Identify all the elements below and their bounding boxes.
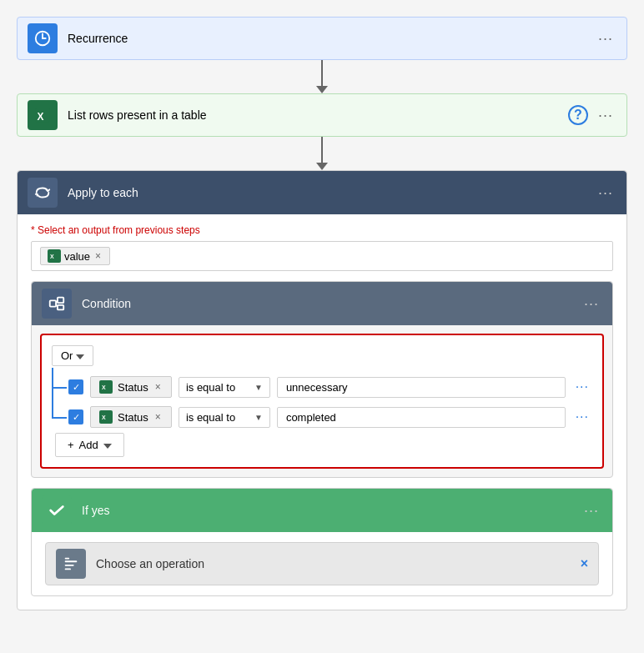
- svg-text:X: X: [50, 254, 54, 259]
- svg-text:X: X: [102, 414, 106, 420]
- if-yes-more-button[interactable]: ···: [581, 499, 602, 523]
- svg-text:X: X: [38, 111, 44, 123]
- help-button[interactable]: ?: [568, 105, 588, 125]
- choose-op-card: Choose an operation ×: [45, 542, 599, 585]
- or-dropdown: Or: [52, 345, 592, 366]
- operator-select-2[interactable]: is equal to ▼: [179, 407, 270, 428]
- svg-rect-6: [58, 305, 63, 310]
- arrow-line-2: [321, 137, 323, 163]
- svg-rect-12: [65, 565, 74, 566]
- condition-more-button[interactable]: ···: [581, 292, 602, 316]
- chevron-down-icon: [76, 349, 84, 362]
- or-button[interactable]: Or: [52, 345, 93, 366]
- choose-op-close-button[interactable]: ×: [581, 556, 588, 571]
- list-rows-more-button[interactable]: ···: [595, 103, 616, 128]
- pill-close-button[interactable]: ×: [93, 250, 103, 262]
- condition-header: Condition ···: [32, 282, 612, 325]
- svg-rect-5: [58, 298, 63, 303]
- vertical-line-2: [52, 398, 53, 417]
- row-more-button-1[interactable]: ···: [572, 378, 592, 396]
- value-pill-row: X value ×: [31, 241, 613, 271]
- apply-each-container: Apply to each ··· * Select an output fro…: [17, 170, 627, 610]
- condition-body: Or ✓ X Status: [40, 334, 604, 469]
- choose-op-actions: ×: [581, 556, 588, 571]
- arrow-2: [316, 137, 328, 170]
- arrow-line: [321, 60, 323, 86]
- condition-container: Condition ··· Or: [31, 281, 613, 478]
- add-label: Add: [79, 439, 98, 451]
- if-yes-header: If yes ···: [32, 489, 612, 532]
- horizontal-line-2: [52, 417, 67, 419]
- if-yes-actions: ···: [581, 499, 602, 523]
- apply-each-header: Apply to each ···: [18, 171, 626, 214]
- svg-rect-11: [65, 560, 78, 562]
- list-rows-actions: ? ···: [568, 103, 616, 128]
- choose-op-icon: [56, 549, 86, 579]
- recurrence-more-button[interactable]: ···: [595, 27, 616, 51]
- value-pill: X value ×: [40, 247, 110, 265]
- if-yes-body: Choose an operation ×: [32, 532, 612, 595]
- checkbox-1[interactable]: ✓: [68, 379, 83, 394]
- recurrence-title: Recurrence: [68, 32, 595, 45]
- row-more-button-2[interactable]: ···: [572, 408, 592, 426]
- select-label: * Select an output from previous steps: [31, 224, 613, 236]
- arrow-head-2: [316, 163, 328, 170]
- value-input-1[interactable]: unnecessary: [277, 377, 566, 398]
- field-excel-icon-1: X: [99, 380, 113, 394]
- apply-each-actions: ···: [595, 181, 616, 205]
- horizontal-line-1: [52, 387, 67, 389]
- apply-each-body: * Select an output from previous steps X…: [18, 214, 626, 610]
- svg-rect-14: [65, 558, 70, 560]
- chevron-down-icon-2: ▼: [254, 413, 263, 422]
- field-close-1[interactable]: ×: [153, 381, 163, 393]
- field-pill-1: X Status ×: [90, 376, 172, 398]
- operator-select-1[interactable]: is equal to ▼: [179, 377, 270, 398]
- value-input-2[interactable]: completed: [277, 407, 566, 428]
- checkbox-2[interactable]: ✓: [68, 409, 83, 424]
- apply-each-title: Apply to each: [68, 186, 595, 199]
- condition-row-2: ✓ X Status × is equal to ▼ complet: [52, 406, 592, 428]
- field-excel-icon-2: X: [99, 410, 113, 424]
- flow-canvas: Recurrence ··· X List rows present in a …: [17, 17, 627, 636]
- condition-row-1: ✓ X Status × is equal to ▼ unneces: [52, 376, 592, 398]
- if-yes-title: If yes: [82, 504, 581, 517]
- field-close-2[interactable]: ×: [153, 411, 163, 423]
- add-icon: +: [68, 439, 74, 451]
- or-label: Or: [61, 349, 73, 362]
- operator-text-2: is equal to: [186, 411, 235, 424]
- check-icon: [42, 495, 72, 525]
- field-name-1: Status: [118, 381, 148, 394]
- list-rows-title: List rows present in a table: [68, 108, 568, 122]
- loop-icon: [28, 178, 58, 208]
- pill-text: value: [64, 250, 90, 263]
- condition-icon: [42, 289, 72, 319]
- choose-op-title: Choose an operation: [96, 557, 581, 570]
- excel-icon: X: [28, 100, 58, 130]
- svg-rect-4: [50, 300, 56, 306]
- chevron-down-icon-1: ▼: [254, 383, 263, 392]
- svg-text:X: X: [102, 384, 106, 390]
- condition-title: Condition: [82, 297, 581, 310]
- recurrence-card: Recurrence ···: [17, 17, 627, 60]
- recurrence-icon: [28, 23, 58, 53]
- add-button[interactable]: + Add: [55, 433, 124, 457]
- recurrence-actions: ···: [595, 27, 616, 51]
- condition-actions: ···: [581, 292, 602, 316]
- field-pill-2: X Status ×: [90, 406, 172, 428]
- add-chevron-icon: [103, 439, 112, 451]
- field-name-2: Status: [118, 411, 148, 424]
- operator-text-1: is equal to: [186, 381, 235, 394]
- arrow-1: [316, 60, 328, 93]
- list-rows-card: X List rows present in a table ? ···: [17, 93, 627, 137]
- svg-rect-13: [65, 569, 71, 570]
- if-yes-container: If yes ···: [31, 488, 613, 596]
- apply-each-more-button[interactable]: ···: [595, 181, 616, 205]
- arrow-head: [316, 86, 328, 93]
- pill-excel-icon: X: [48, 249, 61, 263]
